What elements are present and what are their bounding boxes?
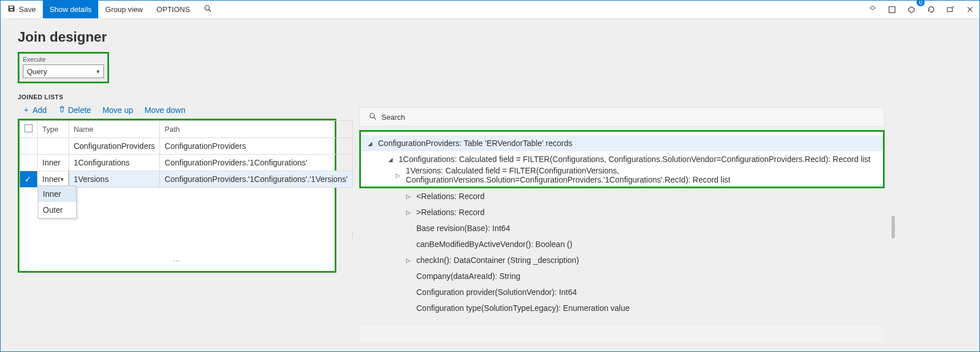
cell-path: ConfigurationProviders [160, 138, 352, 155]
joined-lists-label: JOINED LISTS [18, 94, 979, 100]
dropdown-option-outer[interactable]: Outer [38, 202, 76, 218]
tree-toggle-icon[interactable]: ▷ [405, 257, 412, 264]
tree-highlighted: ◢ConfigurationProviders: Table 'ERVendor… [359, 130, 885, 188]
status-bar [359, 326, 885, 342]
splitter-handle[interactable]: ⋮ [349, 231, 356, 239]
tree-row[interactable]: ▷>Relations: Record [359, 204, 885, 220]
group-view-button[interactable]: Group view [98, 1, 150, 18]
execute-value: Query [27, 67, 47, 76]
options-button[interactable]: OPTIONS [150, 1, 197, 18]
svg-line-1 [208, 10, 211, 12]
tree-toggle-icon[interactable]: ▷ [405, 209, 412, 216]
scrollbar-thumb[interactable] [891, 216, 895, 238]
tree-row[interactable]: Configuration provider(SolutionVendor): … [359, 284, 885, 300]
cell-name: 1Configurations [69, 155, 159, 171]
svg-rect-3 [947, 7, 953, 11]
table-row[interactable]: ConfigurationProvidersConfigurationProvi… [20, 138, 353, 155]
col-type[interactable]: Type [38, 121, 69, 138]
tree-rest: ▷<Relations: Record▷>Relations: RecordBa… [359, 188, 885, 316]
tree-row[interactable]: ▷<Relations: Record [359, 188, 885, 204]
page-title: Join designer [18, 29, 979, 45]
search-icon [204, 5, 212, 14]
tree-row[interactable]: ▷1Versions: Calculated field = FILTER(Co… [361, 167, 883, 183]
dropdown-option-inner[interactable]: Inner [38, 186, 76, 202]
save-icon [7, 5, 15, 14]
save-button[interactable]: Save [1, 1, 43, 18]
cell-name: 1Versions [69, 171, 159, 188]
tree-label: 1Versions: Calculated field = FILTER(Con… [406, 166, 883, 184]
svg-rect-2 [889, 6, 895, 13]
close-icon[interactable] [960, 1, 979, 18]
chevron-down-icon: ▾ [61, 176, 64, 183]
office-icon[interactable] [882, 1, 902, 18]
cell-type[interactable]: Inner [38, 155, 69, 171]
tree-row[interactable]: ◢ConfigurationProviders: Table 'ERVendor… [361, 135, 883, 151]
col-path[interactable]: Path [160, 121, 352, 138]
tree-row[interactable]: Base revision(Base): Int64 [359, 220, 885, 236]
plus-icon: ＋ [22, 105, 30, 115]
search-icon [369, 112, 377, 122]
tree-label: 1Configurations: Calculated field = FILT… [399, 155, 870, 164]
add-label: Add [33, 106, 47, 115]
cell-path: ConfigurationProviders.'1Configurations'… [160, 171, 352, 188]
data-source-pane: Search ◢ConfigurationProviders: Table 'E… [359, 107, 885, 316]
joined-lists-grid: Type Name Path ConfigurationProvidersCon… [18, 119, 336, 273]
save-label: Save [19, 5, 36, 14]
tree-label: Company(dataAreaId): String [416, 272, 520, 281]
row-check[interactable] [20, 155, 38, 171]
execute-dropdown[interactable]: Query ▾ [23, 64, 104, 78]
tree-row[interactable]: Configuration type(SolutionTypeLegacy): … [359, 300, 885, 316]
content-area: Join designer Execute Query ▾ JOINED LIS… [1, 19, 979, 351]
tree-label: Configuration provider(SolutionVendor): … [416, 288, 577, 297]
tree-row[interactable]: Company(dataAreaId): String [359, 268, 885, 284]
tree-toggle-icon[interactable]: ◢ [387, 156, 394, 163]
row-check[interactable]: ✓ [20, 171, 38, 188]
delete-button[interactable]: Delete [58, 106, 91, 115]
tree-row[interactable]: ▷checkIn(): DataContainer (String _descr… [359, 252, 885, 268]
svg-point-0 [204, 6, 209, 10]
cell-name: ConfigurationProviders [69, 138, 159, 155]
trash-icon [58, 106, 66, 115]
tree-label: >Relations: Record [416, 208, 484, 217]
attach-icon[interactable] [863, 1, 882, 18]
action-bar: Save Show details Group view OPTIONS 0 [1, 1, 979, 19]
search-action[interactable] [197, 1, 219, 18]
add-button[interactable]: ＋ Add [22, 105, 47, 115]
tree-label: canBeModifiedByActiveVendor(): Boolean (… [416, 240, 572, 249]
execute-label: Execute [23, 56, 46, 63]
show-details-label: Show details [50, 5, 92, 14]
col-name[interactable]: Name [69, 121, 159, 138]
tree-label: Base revision(Base): Int64 [416, 224, 510, 233]
tree-row[interactable]: ◢1Configurations: Calculated field = FIL… [361, 151, 883, 167]
tree-toggle-icon[interactable]: ▷ [405, 193, 412, 200]
options-label: OPTIONS [156, 5, 190, 14]
tree-toggle-icon[interactable]: ▷ [395, 172, 401, 179]
table-row[interactable]: Inner1ConfigurationsConfigurationProvide… [20, 155, 353, 171]
show-details-button[interactable]: Show details [43, 1, 99, 18]
tree-label: <Relations: Record [416, 192, 484, 201]
execute-group: Execute Query ▾ [18, 52, 109, 83]
popout-icon[interactable] [941, 1, 960, 18]
tree-label: Configuration type(SolutionTypeLegacy): … [416, 304, 630, 313]
svg-line-7 [374, 117, 376, 119]
cell-path: ConfigurationProviders.'1Configurations' [160, 155, 352, 171]
row-check[interactable] [20, 138, 38, 155]
cell-type[interactable] [38, 138, 69, 155]
ellipsis: … [19, 249, 335, 269]
tree-label: checkIn(): DataContainer (String _descri… [416, 256, 579, 265]
delete-label: Delete [68, 106, 91, 115]
tree-toggle-icon[interactable]: ◢ [367, 140, 373, 147]
search-label: Search [381, 113, 405, 122]
tree-label: ConfigurationProviders: Table 'ERVendorT… [378, 139, 572, 148]
messages-icon[interactable]: 0 [902, 1, 921, 18]
group-view-label: Group view [105, 5, 143, 14]
tree-row[interactable]: canBeModifiedByActiveVendor(): Boolean (… [359, 236, 885, 252]
type-dropdown-menu: Inner Outer [38, 185, 77, 219]
chevron-down-icon: ▾ [97, 68, 100, 75]
search-bar[interactable]: Search [359, 107, 885, 127]
svg-point-6 [370, 113, 375, 118]
header-check[interactable] [20, 121, 38, 138]
move-up-button[interactable]: Move up [102, 106, 133, 115]
move-down-button[interactable]: Move down [144, 106, 186, 115]
